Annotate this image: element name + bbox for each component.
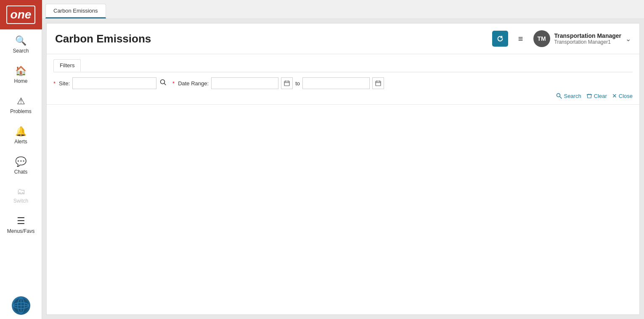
refresh-button[interactable] (492, 31, 508, 47)
sidebar-item-problems[interactable]: ⚠ Problems (0, 90, 42, 120)
user-role: Transportation Manager1 (554, 39, 621, 45)
site-required: * (53, 80, 56, 87)
sidebar-item-chats[interactable]: 💬 Chats (0, 150, 42, 181)
user-name: Transportation Manager (554, 32, 621, 39)
user-avatar: TM (533, 30, 550, 47)
hamburger-icon: ≡ (518, 34, 523, 43)
sidebar-item-menus-label: Menus/Favs (7, 228, 34, 234)
sidebar-item-chats-label: Chats (14, 169, 27, 175)
sidebar-bottom (0, 296, 42, 319)
content-wrapper: Carbon Emissions ≡ TM (42, 19, 644, 319)
chats-icon: 💬 (15, 156, 27, 167)
filters-tabs: Filters (53, 59, 633, 72)
menus-icon: ☰ (17, 216, 25, 227)
filters-row: * Site: * Date Range: (53, 77, 633, 89)
calendar-from-icon (284, 80, 290, 86)
empty-content-area (47, 105, 639, 314)
sidebar-item-home[interactable]: 🏠 Home (0, 60, 42, 90)
clear-icon (586, 93, 592, 99)
search-nav-icon: 🔍 (15, 35, 27, 46)
site-search-icon (160, 79, 167, 86)
alerts-icon: 🔔 (15, 126, 27, 137)
clear-button[interactable]: Clear (586, 93, 607, 99)
sidebar-item-problems-label: Problems (10, 108, 32, 114)
sidebar-item-search[interactable]: 🔍 Search (0, 29, 42, 60)
sidebar-item-menus[interactable]: ☰ Menus/Favs (0, 210, 42, 240)
refresh-icon (496, 34, 504, 43)
sidebar-item-alerts-label: Alerts (14, 139, 27, 145)
user-info: Transportation Manager Transportation Ma… (554, 32, 621, 45)
close-button[interactable]: ✕ Close (612, 92, 633, 99)
filters-tab[interactable]: Filters (53, 59, 81, 72)
svg-line-6 (164, 84, 166, 85)
page-header: Carbon Emissions ≡ TM (47, 24, 639, 54)
filter-action-buttons: Search Clear ✕ Close (53, 92, 633, 99)
sidebar-item-switch: 🗂 Switch (0, 181, 42, 210)
svg-line-16 (560, 97, 562, 98)
date-to-input[interactable] (302, 77, 370, 89)
to-label: to (295, 80, 300, 87)
close-x-icon: ✕ (612, 92, 617, 99)
app-logo[interactable]: one (0, 0, 42, 29)
sidebar-item-switch-label: Switch (13, 198, 28, 204)
sidebar-item-home-label: Home (14, 78, 27, 84)
search-button[interactable]: Search (556, 93, 581, 99)
date-from-input[interactable] (211, 77, 278, 89)
tab-label: Carbon Emissions (53, 8, 98, 14)
page-title: Carbon Emissions (55, 32, 151, 45)
date-range-label: Date Range: (178, 80, 209, 87)
date-required: * (172, 80, 175, 87)
user-globe-avatar[interactable] (12, 296, 30, 315)
logo-text: one (6, 5, 36, 24)
date-from-calendar-button[interactable] (281, 77, 293, 89)
site-search-button[interactable] (159, 78, 167, 88)
site-label: Site: (59, 80, 70, 87)
main-card: Carbon Emissions ≡ TM (46, 23, 640, 315)
problems-icon: ⚠ (17, 96, 25, 107)
header-right: ≡ TM Transportation Manager Transportati… (492, 30, 631, 47)
svg-rect-11 (376, 81, 381, 86)
filters-section: Filters * Site: (47, 54, 639, 105)
svg-point-15 (557, 94, 560, 97)
sidebar: one 🔍 Search 🏠 Home ⚠ Problems 🔔 Alerts … (0, 0, 42, 319)
search-action-icon (556, 93, 562, 99)
home-icon: 🏠 (15, 66, 27, 76)
main-wrapper: Carbon Emissions Carbon Emissions ≡ (42, 0, 644, 319)
calendar-to-icon (375, 80, 381, 86)
carbon-emissions-tab[interactable]: Carbon Emissions (45, 4, 106, 18)
chevron-down-icon: ⌄ (625, 35, 631, 43)
site-field: * Site: (53, 77, 167, 89)
sidebar-item-search-label: Search (13, 48, 29, 54)
tab-bar: Carbon Emissions (42, 0, 644, 19)
date-to-calendar-button[interactable] (372, 77, 384, 89)
menu-button[interactable]: ≡ (515, 32, 527, 45)
sidebar-item-alerts[interactable]: 🔔 Alerts (0, 120, 42, 150)
switch-icon: 🗂 (17, 187, 25, 196)
user-section[interactable]: TM Transportation Manager Transportation… (533, 30, 631, 47)
date-range-field: * Date Range: to (172, 77, 384, 89)
site-input[interactable] (72, 77, 156, 89)
svg-rect-7 (284, 81, 289, 86)
